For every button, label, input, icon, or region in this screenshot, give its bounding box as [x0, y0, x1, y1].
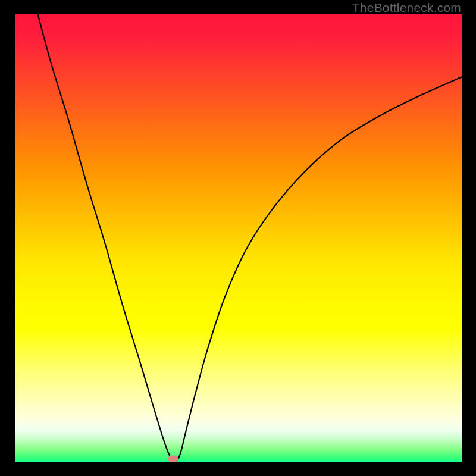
chart-frame: TheBottleneck.com	[0, 0, 476, 476]
minimum-marker	[168, 455, 178, 462]
watermark-text: TheBottleneck.com	[352, 1, 461, 15]
plot-background-gradient	[15, 14, 462, 462]
